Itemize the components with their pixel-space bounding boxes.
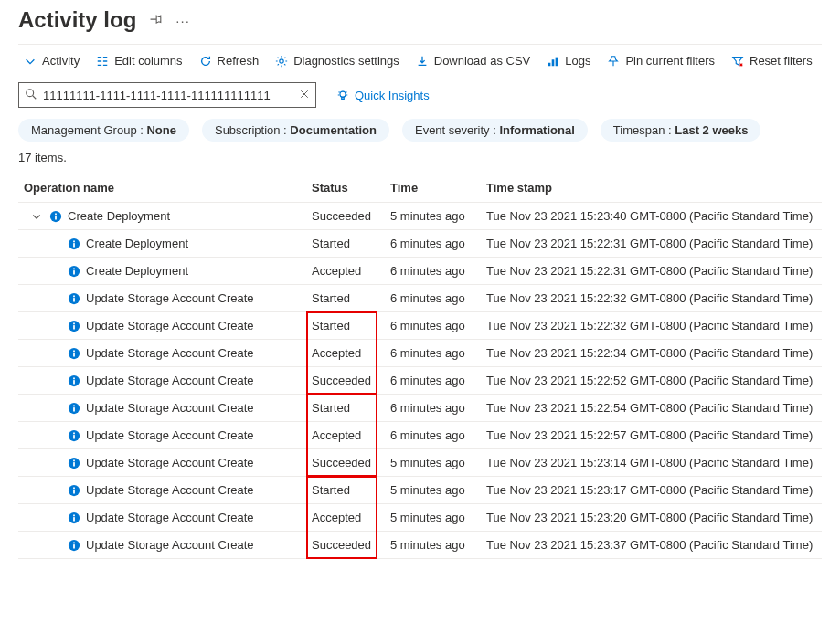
quick-insights-button[interactable]: Quick Insights xyxy=(336,89,430,102)
info-icon xyxy=(68,292,80,305)
search-icon xyxy=(25,88,37,103)
time-cell: 6 minutes ago xyxy=(385,395,481,422)
svg-rect-20 xyxy=(73,322,75,324)
svg-rect-31 xyxy=(73,435,75,438)
table-row[interactable]: Update Storage Account CreateSucceeded6 … xyxy=(18,367,822,395)
svg-rect-38 xyxy=(73,487,75,489)
info-icon xyxy=(68,484,80,497)
timestamp-cell: Tue Nov 23 2021 15:22:54 GMT-0800 (Pacif… xyxy=(481,395,822,422)
svg-rect-19 xyxy=(73,325,75,329)
filter-timespan[interactable]: Timespan : Last 2 weeks xyxy=(601,119,761,142)
table-row[interactable]: Update Storage Account CreateAccepted6 m… xyxy=(18,340,822,367)
filter-event-severity[interactable]: Event severity : Informational xyxy=(402,119,588,142)
svg-rect-29 xyxy=(73,405,75,406)
status-cell: Accepted xyxy=(306,504,385,532)
status-cell: Started xyxy=(306,395,385,422)
search-row: Quick Insights xyxy=(18,82,822,108)
time-cell: 6 minutes ago xyxy=(385,258,481,285)
info-icon xyxy=(68,374,80,387)
table-row[interactable]: Update Storage Account CreateStarted6 mi… xyxy=(18,395,822,422)
svg-rect-41 xyxy=(73,514,75,516)
table-header-row: Operation name Status Time Time stamp xyxy=(18,174,822,203)
svg-point-5 xyxy=(340,91,346,97)
svg-rect-13 xyxy=(73,270,75,274)
pin-filters-button[interactable]: Pin current filters xyxy=(607,54,715,68)
time-cell: 6 minutes ago xyxy=(385,422,481,449)
item-count: 17 items. xyxy=(18,151,822,164)
logs-button[interactable]: Logs xyxy=(547,54,590,68)
operation-name: Update Storage Account Create xyxy=(86,483,254,497)
edit-columns-button[interactable]: Edit columns xyxy=(96,54,182,68)
table-row[interactable]: Update Storage Account CreateSucceeded5 … xyxy=(18,532,822,559)
time-cell: 6 minutes ago xyxy=(385,312,481,340)
operation-name: Update Storage Account Create xyxy=(86,538,254,552)
timestamp-cell: Tue Nov 23 2021 15:22:32 GMT-0800 (Pacif… xyxy=(481,285,822,312)
filter-management-group[interactable]: Management Group : None xyxy=(18,119,189,142)
timestamp-cell: Tue Nov 23 2021 15:23:17 GMT-0800 (Pacif… xyxy=(481,477,822,504)
quick-insights-label: Quick Insights xyxy=(355,89,430,102)
time-cell: 5 minutes ago xyxy=(385,203,481,230)
search-input[interactable] xyxy=(43,89,293,102)
info-icon xyxy=(68,457,80,469)
status-cell: Accepted xyxy=(306,422,385,449)
search-box[interactable] xyxy=(18,82,316,108)
svg-point-0 xyxy=(280,58,283,62)
time-cell: 6 minutes ago xyxy=(385,285,481,312)
timestamp-cell: Tue Nov 23 2021 15:22:52 GMT-0800 (Pacif… xyxy=(481,367,822,395)
table-row[interactable]: Create DeploymentAccepted6 minutes agoTu… xyxy=(18,258,822,285)
svg-rect-28 xyxy=(73,407,75,411)
highlight-box xyxy=(306,476,377,505)
col-operation[interactable]: Operation name xyxy=(18,174,306,203)
table-row[interactable]: Update Storage Account CreateStarted6 mi… xyxy=(18,285,822,312)
highlight-box xyxy=(306,502,377,532)
col-timestamp[interactable]: Time stamp xyxy=(481,174,822,203)
filter-subscription[interactable]: Subscription : Documentation xyxy=(202,119,389,142)
status-cell: Succeeded xyxy=(306,532,385,559)
table-row[interactable]: Create DeploymentStarted6 minutes agoTue… xyxy=(18,230,822,258)
table-row[interactable]: Update Storage Account CreateAccepted6 m… xyxy=(18,422,822,449)
time-cell: 5 minutes ago xyxy=(385,477,481,504)
operation-name: Update Storage Account Create xyxy=(86,291,254,305)
highlight-box xyxy=(306,530,377,559)
highlight-box xyxy=(306,394,377,423)
chevron-down-icon[interactable] xyxy=(31,211,44,222)
svg-rect-3 xyxy=(556,57,558,66)
svg-rect-37 xyxy=(73,490,75,493)
table-row[interactable]: Update Storage Account CreateSucceeded5 … xyxy=(18,449,822,477)
col-status[interactable]: Status xyxy=(306,174,385,203)
status-cell: Accepted xyxy=(306,258,385,285)
page-header: Activity log ··· xyxy=(18,7,822,33)
status-cell: Succeeded xyxy=(306,449,385,477)
status-cell: Accepted xyxy=(306,340,385,367)
status-cell: Started xyxy=(306,477,385,504)
col-time[interactable]: Time xyxy=(385,174,481,203)
svg-rect-2 xyxy=(552,59,555,66)
status-cell: Started xyxy=(306,312,385,340)
download-csv-button[interactable]: Download as CSV xyxy=(416,54,531,68)
highlight-box xyxy=(306,420,377,450)
table-row[interactable]: Update Storage Account CreateAccepted5 m… xyxy=(18,504,822,532)
more-icon[interactable]: ··· xyxy=(175,13,190,28)
reset-filters-label: Reset filters xyxy=(750,54,813,68)
logs-label: Logs xyxy=(565,54,590,68)
activity-label: Activity xyxy=(42,54,80,68)
diagnostics-button[interactable]: Diagnostics settings xyxy=(275,54,399,68)
pin-icon[interactable] xyxy=(149,12,163,28)
clear-search-icon[interactable] xyxy=(299,89,310,102)
table-row[interactable]: Create DeploymentSucceeded5 minutes agoT… xyxy=(18,203,822,230)
activity-button[interactable]: Activity xyxy=(24,54,80,68)
timestamp-cell: Tue Nov 23 2021 15:23:14 GMT-0800 (Pacif… xyxy=(481,449,822,477)
svg-rect-22 xyxy=(73,353,75,356)
table-row[interactable]: Update Storage Account CreateStarted5 mi… xyxy=(18,477,822,504)
timestamp-cell: Tue Nov 23 2021 15:22:57 GMT-0800 (Pacif… xyxy=(481,422,822,449)
svg-rect-43 xyxy=(73,544,75,548)
info-icon xyxy=(68,320,80,332)
status-cell: Started xyxy=(306,230,385,258)
svg-rect-1 xyxy=(548,62,551,66)
refresh-button[interactable]: Refresh xyxy=(199,54,260,68)
operation-name: Update Storage Account Create xyxy=(86,374,254,387)
svg-point-4 xyxy=(27,89,34,96)
timestamp-cell: Tue Nov 23 2021 15:22:31 GMT-0800 (Pacif… xyxy=(481,258,822,285)
reset-filters-button[interactable]: Reset filters xyxy=(731,54,813,68)
table-row[interactable]: Update Storage Account CreateStarted6 mi… xyxy=(18,312,822,340)
